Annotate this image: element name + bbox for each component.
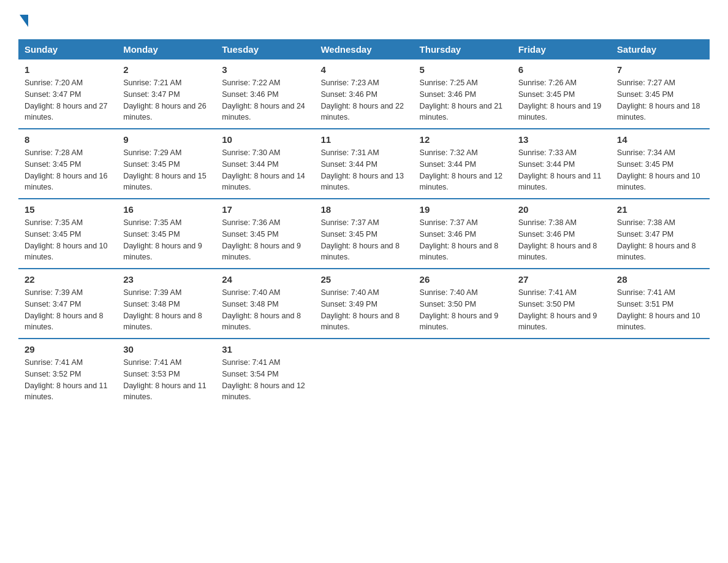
day-number: 12 bbox=[420, 134, 506, 145]
calendar-header: SundayMondayTuesdayWednesdayThursdayFrid… bbox=[18, 39, 710, 59]
day-info: Sunrise: 7:38 AMSunset: 3:47 PMDaylight:… bbox=[617, 217, 703, 263]
calendar-cell: 22Sunrise: 7:39 AMSunset: 3:47 PMDayligh… bbox=[18, 269, 117, 339]
calendar-cell: 14Sunrise: 7:34 AMSunset: 3:45 PMDayligh… bbox=[611, 129, 710, 199]
day-info: Sunrise: 7:41 AMSunset: 3:53 PMDaylight:… bbox=[123, 357, 210, 403]
day-info: Sunrise: 7:31 AMSunset: 3:44 PMDaylight:… bbox=[320, 147, 407, 193]
day-info: Sunrise: 7:36 AMSunset: 3:45 PMDaylight:… bbox=[222, 217, 308, 263]
calendar-week-4: 22Sunrise: 7:39 AMSunset: 3:47 PMDayligh… bbox=[18, 269, 710, 339]
day-number: 28 bbox=[617, 274, 703, 285]
day-info: Sunrise: 7:41 AMSunset: 3:54 PMDaylight:… bbox=[222, 357, 308, 403]
calendar-week-5: 29Sunrise: 7:41 AMSunset: 3:52 PMDayligh… bbox=[18, 339, 710, 408]
day-info: Sunrise: 7:39 AMSunset: 3:48 PMDaylight:… bbox=[123, 287, 210, 333]
calendar-week-1: 1Sunrise: 7:20 AMSunset: 3:47 PMDaylight… bbox=[18, 59, 710, 129]
calendar-cell: 21Sunrise: 7:38 AMSunset: 3:47 PMDayligh… bbox=[611, 199, 710, 269]
calendar-cell: 10Sunrise: 7:30 AMSunset: 3:44 PMDayligh… bbox=[216, 129, 314, 199]
calendar-cell: 28Sunrise: 7:41 AMSunset: 3:51 PMDayligh… bbox=[611, 269, 710, 339]
day-number: 8 bbox=[25, 134, 111, 145]
day-number: 15 bbox=[25, 204, 111, 215]
day-number: 9 bbox=[123, 134, 210, 145]
calendar-cell: 24Sunrise: 7:40 AMSunset: 3:48 PMDayligh… bbox=[216, 269, 314, 339]
header-day-wednesday: Wednesday bbox=[314, 39, 413, 59]
calendar-cell: 31Sunrise: 7:41 AMSunset: 3:54 PMDayligh… bbox=[216, 339, 314, 408]
day-info: Sunrise: 7:30 AMSunset: 3:44 PMDaylight:… bbox=[222, 147, 308, 193]
day-number: 26 bbox=[420, 274, 506, 285]
calendar-table: SundayMondayTuesdayWednesdayThursdayFrid… bbox=[18, 39, 710, 408]
calendar-cell bbox=[611, 339, 710, 408]
day-info: Sunrise: 7:25 AMSunset: 3:46 PMDaylight:… bbox=[420, 77, 506, 123]
calendar-cell: 13Sunrise: 7:33 AMSunset: 3:44 PMDayligh… bbox=[512, 129, 611, 199]
day-number: 4 bbox=[320, 64, 407, 75]
day-info: Sunrise: 7:34 AMSunset: 3:45 PMDaylight:… bbox=[617, 147, 703, 193]
day-number: 3 bbox=[222, 64, 308, 75]
day-number: 13 bbox=[518, 134, 605, 145]
day-number: 10 bbox=[222, 134, 308, 145]
day-number: 22 bbox=[25, 274, 111, 285]
calendar-cell: 19Sunrise: 7:37 AMSunset: 3:46 PMDayligh… bbox=[414, 199, 512, 269]
calendar-cell: 15Sunrise: 7:35 AMSunset: 3:45 PMDayligh… bbox=[18, 199, 117, 269]
day-info: Sunrise: 7:41 AMSunset: 3:50 PMDaylight:… bbox=[518, 287, 605, 333]
calendar-cell: 11Sunrise: 7:31 AMSunset: 3:44 PMDayligh… bbox=[314, 129, 413, 199]
day-number: 30 bbox=[123, 344, 210, 354]
day-info: Sunrise: 7:35 AMSunset: 3:45 PMDaylight:… bbox=[25, 217, 111, 263]
day-number: 14 bbox=[617, 134, 703, 145]
day-number: 24 bbox=[222, 274, 308, 285]
calendar-cell: 25Sunrise: 7:40 AMSunset: 3:49 PMDayligh… bbox=[314, 269, 413, 339]
calendar-cell: 1Sunrise: 7:20 AMSunset: 3:47 PMDaylight… bbox=[18, 59, 117, 129]
calendar-cell: 30Sunrise: 7:41 AMSunset: 3:53 PMDayligh… bbox=[117, 339, 216, 408]
header-day-tuesday: Tuesday bbox=[216, 39, 314, 59]
day-info: Sunrise: 7:26 AMSunset: 3:45 PMDaylight:… bbox=[518, 77, 605, 123]
header-day-monday: Monday bbox=[117, 39, 216, 59]
day-number: 29 bbox=[25, 344, 111, 354]
header-day-sunday: Sunday bbox=[18, 39, 117, 59]
calendar-cell: 26Sunrise: 7:40 AMSunset: 3:50 PMDayligh… bbox=[414, 269, 512, 339]
day-info: Sunrise: 7:33 AMSunset: 3:44 PMDaylight:… bbox=[518, 147, 605, 193]
calendar-cell: 7Sunrise: 7:27 AMSunset: 3:45 PMDaylight… bbox=[611, 59, 710, 129]
day-number: 25 bbox=[320, 274, 407, 285]
day-info: Sunrise: 7:23 AMSunset: 3:46 PMDaylight:… bbox=[320, 77, 407, 123]
calendar-cell bbox=[314, 339, 413, 408]
day-info: Sunrise: 7:40 AMSunset: 3:50 PMDaylight:… bbox=[420, 287, 506, 333]
day-info: Sunrise: 7:40 AMSunset: 3:49 PMDaylight:… bbox=[320, 287, 407, 333]
day-number: 6 bbox=[518, 64, 605, 75]
day-number: 21 bbox=[617, 204, 703, 215]
calendar-cell: 5Sunrise: 7:25 AMSunset: 3:46 PMDaylight… bbox=[414, 59, 512, 129]
page-header bbox=[18, 12, 710, 27]
logo-triangle-icon bbox=[20, 15, 28, 27]
header-day-friday: Friday bbox=[512, 39, 611, 59]
day-info: Sunrise: 7:37 AMSunset: 3:46 PMDaylight:… bbox=[420, 217, 506, 263]
header-day-saturday: Saturday bbox=[611, 39, 710, 59]
day-info: Sunrise: 7:37 AMSunset: 3:45 PMDaylight:… bbox=[320, 217, 407, 263]
calendar-cell: 18Sunrise: 7:37 AMSunset: 3:45 PMDayligh… bbox=[314, 199, 413, 269]
day-info: Sunrise: 7:29 AMSunset: 3:45 PMDaylight:… bbox=[123, 147, 210, 193]
day-info: Sunrise: 7:35 AMSunset: 3:45 PMDaylight:… bbox=[123, 217, 210, 263]
day-number: 20 bbox=[518, 204, 605, 215]
day-info: Sunrise: 7:38 AMSunset: 3:46 PMDaylight:… bbox=[518, 217, 605, 263]
calendar-cell: 29Sunrise: 7:41 AMSunset: 3:52 PMDayligh… bbox=[18, 339, 117, 408]
calendar-cell: 16Sunrise: 7:35 AMSunset: 3:45 PMDayligh… bbox=[117, 199, 216, 269]
day-info: Sunrise: 7:41 AMSunset: 3:51 PMDaylight:… bbox=[617, 287, 703, 333]
header-day-thursday: Thursday bbox=[414, 39, 512, 59]
day-number: 27 bbox=[518, 274, 605, 285]
calendar-week-2: 8Sunrise: 7:28 AMSunset: 3:45 PMDaylight… bbox=[18, 129, 710, 199]
day-number: 23 bbox=[123, 274, 210, 285]
day-number: 1 bbox=[25, 64, 111, 75]
calendar-cell: 8Sunrise: 7:28 AMSunset: 3:45 PMDaylight… bbox=[18, 129, 117, 199]
calendar-cell: 17Sunrise: 7:36 AMSunset: 3:45 PMDayligh… bbox=[216, 199, 314, 269]
day-number: 19 bbox=[420, 204, 506, 215]
calendar-cell: 9Sunrise: 7:29 AMSunset: 3:45 PMDaylight… bbox=[117, 129, 216, 199]
calendar-cell: 23Sunrise: 7:39 AMSunset: 3:48 PMDayligh… bbox=[117, 269, 216, 339]
calendar-cell bbox=[512, 339, 611, 408]
day-info: Sunrise: 7:39 AMSunset: 3:47 PMDaylight:… bbox=[25, 287, 111, 333]
calendar-cell: 4Sunrise: 7:23 AMSunset: 3:46 PMDaylight… bbox=[314, 59, 413, 129]
day-number: 31 bbox=[222, 344, 308, 354]
calendar-cell: 3Sunrise: 7:22 AMSunset: 3:46 PMDaylight… bbox=[216, 59, 314, 129]
day-number: 2 bbox=[123, 64, 210, 75]
day-number: 11 bbox=[320, 134, 407, 145]
day-number: 18 bbox=[320, 204, 407, 215]
day-number: 16 bbox=[123, 204, 210, 215]
calendar-week-3: 15Sunrise: 7:35 AMSunset: 3:45 PMDayligh… bbox=[18, 199, 710, 269]
calendar-cell: 6Sunrise: 7:26 AMSunset: 3:45 PMDaylight… bbox=[512, 59, 611, 129]
calendar-cell: 27Sunrise: 7:41 AMSunset: 3:50 PMDayligh… bbox=[512, 269, 611, 339]
day-info: Sunrise: 7:20 AMSunset: 3:47 PMDaylight:… bbox=[25, 77, 111, 123]
day-number: 7 bbox=[617, 64, 703, 75]
